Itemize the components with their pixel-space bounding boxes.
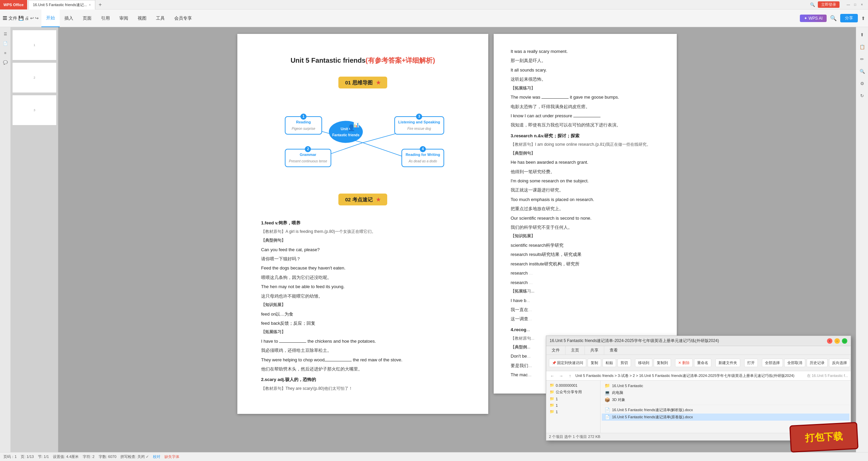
fm-left-item-2[interactable]: 📁 公众号分享专用 bbox=[548, 388, 599, 396]
fm-title-bar: 16.Unit 5 Fantastic friends速记清单-2024-202… bbox=[546, 336, 851, 346]
folder-icon-5: 📁 bbox=[550, 409, 554, 414]
right-tool-3[interactable]: ✏ bbox=[857, 54, 867, 64]
tab-page[interactable]: 页面 bbox=[78, 9, 96, 27]
status-proofread[interactable]: 校对 bbox=[153, 454, 160, 459]
fm-rename-btn[interactable]: 重命名 bbox=[694, 359, 711, 367]
download-banner[interactable]: 打包下载 bbox=[789, 422, 859, 453]
right-tool-1[interactable]: ⬆ bbox=[857, 30, 867, 39]
file-menu[interactable]: ☰ 文件 bbox=[3, 15, 17, 21]
tab-member[interactable]: 会员专享 bbox=[170, 9, 197, 27]
fm-open-btn[interactable]: 打开 bbox=[744, 359, 758, 367]
fm-copyto-btn[interactable]: 复制到 bbox=[654, 359, 671, 367]
tab-review[interactable]: 审阅 bbox=[115, 9, 133, 27]
fm-tab-file[interactable]: 文件 bbox=[546, 346, 566, 355]
register-button[interactable]: 立即登录 bbox=[818, 1, 840, 8]
fm-tab-share[interactable]: 共享 bbox=[585, 346, 604, 355]
fm-close-button[interactable]: × bbox=[827, 338, 832, 344]
search-icon[interactable]: 🔍 bbox=[810, 2, 815, 7]
fm-selectnone-btn[interactable]: 全部取消 bbox=[784, 359, 805, 367]
research-example-header: 【典型例句】 bbox=[511, 150, 660, 157]
scary-practice2-en: I know I can act under pressure bbox=[511, 112, 660, 120]
fm-search-box[interactable]: 在 16.Unit 5 Fantastic f... bbox=[807, 373, 848, 378]
fm-pin-btn[interactable]: 📌 固定到快速访问 bbox=[549, 359, 586, 367]
fm-history-btn[interactable]: 历史记录 bbox=[807, 359, 828, 367]
research-ex2-en: I'm doing some research on the subject. bbox=[511, 177, 660, 185]
tab-insert[interactable]: 插入 bbox=[60, 9, 78, 27]
tool-comments[interactable]: 💬 bbox=[1, 58, 9, 66]
fm-up-btn[interactable]: ↑ bbox=[567, 373, 573, 379]
mind-map: Unit 5 Fantastic friends 1 Reading Pigeo… bbox=[264, 102, 461, 183]
fm-forward-btn[interactable]: → bbox=[558, 373, 565, 379]
tab-start[interactable]: 开始 bbox=[41, 9, 60, 27]
fm-minimize-button[interactable]: − bbox=[834, 338, 840, 344]
mind-node-grammar: 2 Grammar Present continuous tense bbox=[285, 149, 331, 167]
research-ex1-cn: 他得到一笔研究经费。 bbox=[511, 168, 660, 176]
fm-file-item-2[interactable]: 📄 16.Unit 5 Fantastic friends速记清单(原卷版).d… bbox=[602, 414, 849, 421]
fm-newfolder-btn[interactable]: 新建文件夹 bbox=[715, 359, 740, 367]
feed-ex2-en: Feed the dogs because they haven't eaten… bbox=[261, 264, 465, 272]
fm-selectall-btn[interactable]: 全部选择 bbox=[762, 359, 783, 367]
right-tool-4[interactable]: 🔍 bbox=[857, 66, 867, 76]
status-missing-font[interactable]: 缺失字体 bbox=[164, 454, 179, 459]
quick-undo[interactable]: ↩ bbox=[30, 16, 34, 21]
page-title: Unit 5 Fantastic friends(有参考答案+详细解析) bbox=[261, 54, 465, 66]
mind-map-svg bbox=[264, 102, 461, 183]
tab-close-button[interactable]: × bbox=[89, 3, 91, 7]
tab-reference[interactable]: 引用 bbox=[96, 9, 115, 27]
fm-move-btn[interactable]: 移动到 bbox=[635, 359, 652, 367]
right-tool-6[interactable]: ↻ bbox=[857, 91, 867, 100]
page-thumbnail-2[interactable]: 2 bbox=[12, 62, 57, 93]
fm-tab-home[interactable]: 主页 bbox=[566, 346, 585, 355]
tool-outline[interactable]: ≡ bbox=[1, 49, 9, 57]
quick-print[interactable]: 🖨 bbox=[25, 16, 29, 21]
fm-left-item-3[interactable]: 📁 1 bbox=[548, 396, 599, 402]
fm-copy-btn[interactable]: 复制 bbox=[588, 359, 601, 367]
fm-file-item-1[interactable]: 📄 16.Unit 5 Fantastic friends速记清单(解析版).d… bbox=[602, 406, 849, 414]
right-tool-5[interactable]: ⚙ bbox=[857, 79, 867, 88]
word-recog: 4.recog... bbox=[511, 326, 660, 334]
node4-subtitle: As dead as a dodo bbox=[406, 158, 440, 164]
page-thumbnail-1[interactable]: 1 bbox=[12, 30, 57, 60]
fm-3d-item[interactable]: 📦 3D 对象 bbox=[602, 396, 849, 403]
minimize-button[interactable]: — bbox=[846, 2, 851, 7]
quick-redo[interactable]: ↪ bbox=[35, 16, 39, 21]
document-tab[interactable]: 16.Unit 5 Fantastic friends速记... × bbox=[28, 0, 95, 9]
tool-navigation[interactable]: ☰ bbox=[1, 30, 9, 38]
fm-back-btn[interactable]: ← bbox=[549, 373, 556, 379]
tab-tools[interactable]: 工具 bbox=[151, 9, 170, 27]
share-button[interactable]: 分享 bbox=[840, 14, 858, 22]
section2-header-container: 02 考点速记 ★ bbox=[261, 194, 465, 212]
tab-view[interactable]: 视图 bbox=[133, 9, 151, 27]
feed-practice2-cn: 他们在帮助劈木头，然后还进炉子那火红的大嘴里。 bbox=[261, 365, 465, 373]
maximize-button[interactable]: □ bbox=[852, 2, 858, 7]
node3-subtitle: Fire rescue dog bbox=[398, 126, 440, 132]
feed-ex3-cn: 这只母鸡也许不能喂它的幼雏。 bbox=[261, 292, 465, 300]
word-icon-1: 📄 bbox=[605, 407, 610, 413]
fm-left-item-4[interactable]: 📁 1 bbox=[548, 402, 599, 408]
folder-icon-1: 📁 bbox=[550, 383, 554, 387]
node3-number: 3 bbox=[416, 114, 422, 120]
fm-invert-btn[interactable]: 反向选择 bbox=[829, 359, 850, 367]
fm-left-item-1[interactable]: 📁 0.000000001 bbox=[548, 382, 599, 388]
fm-maximize-button[interactable]: □ bbox=[842, 338, 847, 344]
section2-star: ★ bbox=[376, 197, 380, 202]
fm-paste-btn[interactable]: 粘贴 bbox=[603, 359, 616, 367]
ribbon-tabs: 开始 插入 页面 引用 审阅 视图 工具 会员专享 bbox=[41, 9, 197, 27]
status-column: 字符: 2 bbox=[83, 454, 94, 459]
expand-icon[interactable]: ⬆ bbox=[861, 16, 865, 21]
fm-computer-item[interactable]: 💻 此电脑 bbox=[602, 389, 849, 396]
fm-delete-btn[interactable]: ✕ 删除 bbox=[675, 359, 693, 367]
fm-left-item-5[interactable]: 📁 1 bbox=[548, 408, 599, 415]
tool-pages[interactable]: 📄 bbox=[1, 39, 9, 47]
wps-ai-button[interactable]: ✦ WPS AI bbox=[800, 15, 827, 22]
new-tab-button[interactable]: + bbox=[96, 2, 104, 8]
quick-save[interactable]: 💾 bbox=[18, 16, 24, 21]
fm-folder-item[interactable]: 📁 16.Unit 5 Fantastic bbox=[602, 382, 849, 389]
search-ribbon-icon[interactable]: 🔍 bbox=[830, 15, 837, 21]
fm-tab-view[interactable]: 查看 bbox=[604, 346, 623, 355]
page-thumbnail-3[interactable]: 3 bbox=[12, 95, 57, 125]
fm-cut-btn[interactable]: 剪切 bbox=[617, 359, 631, 367]
node1-title: Reading bbox=[289, 119, 318, 126]
right-tool-2[interactable]: 📋 bbox=[857, 42, 867, 52]
close-button[interactable]: × bbox=[859, 2, 865, 7]
